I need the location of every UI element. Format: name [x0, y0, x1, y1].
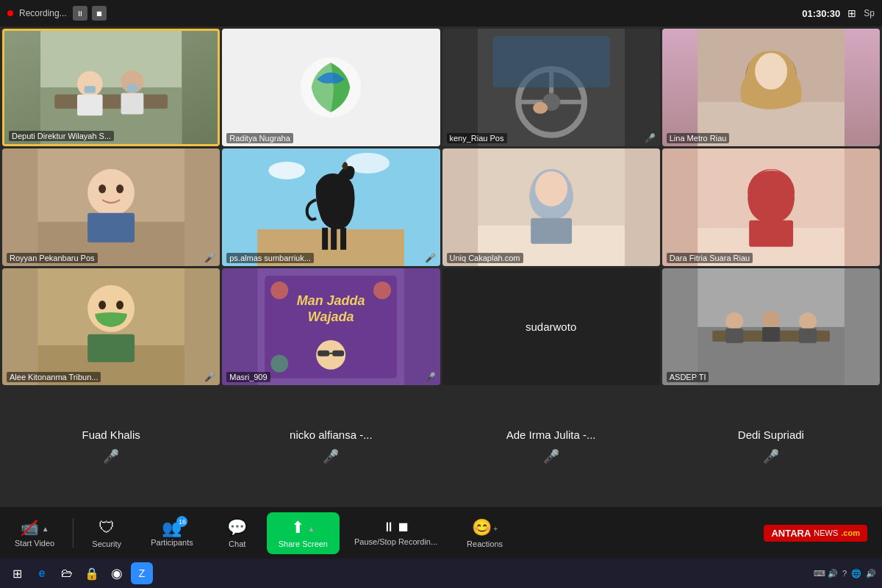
start-video-button[interactable]: 📹 ▲ Start Video [0, 514, 69, 552]
pause-icon: ⏸ [382, 520, 395, 535]
participant-cell-3: 🎤 keny_Riau Pos [442, 29, 660, 146]
taskbar: ⊞ e 🗁 🔒 ◉ Z ⌨ 🔊 ? 🌐 🔊 [0, 559, 882, 588]
taskbar-chrome-btn[interactable]: ◉ [106, 562, 128, 584]
share-arrow: ▲ [307, 525, 315, 533]
taskbar-help[interactable]: ? [842, 569, 847, 578]
participant-video-6 [222, 148, 440, 266]
svg-point-57 [271, 281, 289, 298]
svg-rect-73 [799, 328, 817, 343]
participant-video-3 [442, 29, 660, 146]
mute-icon-3: 🎤 [645, 133, 656, 143]
watermark-text: ANTARA [771, 528, 811, 539]
video-grid: Deputi Direktur Wilayah S... Raditya Nug… [0, 26, 882, 507]
reactions-icon: 😊 [472, 518, 492, 537]
mute-icon-9: 🎤 [204, 372, 215, 382]
stop-icon: ⏹ [397, 520, 410, 535]
svg-point-26 [87, 169, 135, 216]
svg-rect-62 [332, 350, 344, 356]
svg-text:Man Jadda: Man Jadda [297, 293, 365, 307]
mute-icon-15: 🎤 [543, 448, 559, 465]
svg-rect-50 [87, 334, 135, 362]
svg-rect-46 [749, 220, 793, 247]
watermark-area: ANTARA NEWS .com [764, 525, 882, 542]
participant-name-7: Uniq Cakaplah.com [447, 253, 523, 263]
video-icon: 📹 [21, 519, 39, 537]
watermark-subtext: NEWS [814, 528, 838, 537]
svg-point-29 [116, 184, 123, 193]
svg-point-59 [271, 354, 289, 372]
participant-video-4 [662, 29, 880, 146]
antara-watermark: ANTARA NEWS .com [764, 525, 867, 542]
participant-name-12: ASDEP TI [667, 372, 709, 382]
participant-video-5 [2, 148, 220, 266]
participant-name-16: Dedi Supriadi [738, 429, 804, 441]
pause-recording-btn[interactable]: ⏸ [73, 6, 87, 21]
participant-video-8 [662, 148, 880, 266]
participant-name-5: Royyan Pekanbaru Pos [7, 253, 98, 263]
participant-cell-13: Fuad Khalis 🎤 [2, 387, 220, 505]
svg-rect-27 [87, 213, 135, 243]
timer: 01:30:30 [802, 8, 840, 19]
stop-recording-btn[interactable]: ⏹ [92, 6, 107, 21]
participant-video-9 [2, 268, 220, 386]
participant-name-1: Deputi Direktur Wilayah S... [9, 131, 114, 141]
participant-name-10: Masri_909 [226, 372, 270, 382]
svg-rect-17 [492, 36, 610, 87]
svg-point-58 [373, 281, 391, 298]
start-video-label: Start Video [15, 539, 54, 548]
participant-cell-9: 🎤 Alee Kitonanma Tribun... [2, 268, 220, 386]
taskbar-zoom-btn[interactable]: Z [131, 562, 153, 584]
taskbar-volume[interactable]: 🔊 [866, 569, 876, 578]
taskbar-folder-btn[interactable]: 🗁 [56, 562, 78, 584]
security-button[interactable]: 🛡 Security [77, 514, 136, 553]
security-label: Security [92, 539, 121, 548]
participant-cell-14: nicko alfiansa -... 🎤 [222, 387, 440, 505]
svg-rect-72 [762, 326, 780, 341]
svg-rect-61 [318, 350, 329, 356]
reactions-label: Reactions [467, 539, 503, 548]
taskbar-network[interactable]: 🌐 [851, 569, 861, 578]
svg-rect-6 [121, 93, 144, 115]
participant-name-14: nicko alfiansa -... [290, 429, 373, 441]
participant-video-1 [4, 31, 218, 144]
participants-count: 16 [176, 516, 187, 527]
sp-label: Sp [864, 8, 875, 18]
chat-icon: 💬 [227, 518, 247, 537]
pause-stop-recording-button[interactable]: ⏸ ⏹ Pause/Stop Recordin... [340, 515, 452, 551]
taskbar-store-btn[interactable]: 🔒 [81, 562, 103, 584]
taskbar-windows-btn[interactable]: ⊞ [6, 562, 28, 584]
chat-button[interactable]: 💬 Chat [208, 514, 267, 553]
participant-name-9: Alee Kitonanma Tribun... [7, 372, 101, 382]
svg-rect-8 [126, 85, 137, 92]
participant-name-11: sudarwoto [526, 320, 576, 333]
mute-icon-13: 🎤 [103, 448, 119, 465]
participant-cell-5: 🎤 Royyan Pekanbaru Pos [2, 148, 220, 266]
toolbar-divider-1 [73, 518, 74, 548]
participants-button[interactable]: 👥 16 Participants [136, 514, 207, 551]
svg-rect-41 [531, 218, 572, 244]
participant-cell-16: Dedi Supriadi 🎤 [662, 387, 880, 505]
svg-point-28 [98, 184, 106, 193]
top-bar-right: 01:30:30 ⊞ Sp [802, 7, 875, 19]
share-screen-button[interactable]: ⬆ ▲ Share Screen [267, 512, 340, 554]
svg-rect-2 [54, 94, 168, 108]
grid-icon[interactable]: ⊞ [847, 7, 856, 19]
svg-rect-7 [85, 86, 96, 93]
mute-icon-6: 🎤 [425, 253, 436, 263]
taskbar-edge-btn[interactable]: e [31, 562, 53, 584]
svg-rect-36 [340, 228, 346, 250]
security-icon: 🛡 [98, 518, 115, 537]
raditya-logo [298, 54, 364, 121]
participant-name-15: Ade Irma Julita -... [506, 429, 596, 441]
watermark-domain: .com [841, 528, 860, 537]
share-screen-icon: ⬆ [291, 518, 304, 537]
reactions-button[interactable]: 😊 + Reactions [452, 514, 517, 553]
participant-cell-15: Ade Irma Julita -... 🎤 [442, 387, 660, 505]
participant-video-7 [442, 148, 660, 266]
recording-controls[interactable]: ⏸ ⏹ [73, 6, 107, 21]
svg-point-23 [755, 53, 787, 90]
svg-point-51 [98, 300, 106, 309]
svg-point-69 [762, 310, 780, 328]
participant-cell-10: Man Jadda Wajada 🎤 Masri_909 [222, 268, 440, 386]
participant-cell-2: Raditya Nugraha [222, 29, 440, 146]
